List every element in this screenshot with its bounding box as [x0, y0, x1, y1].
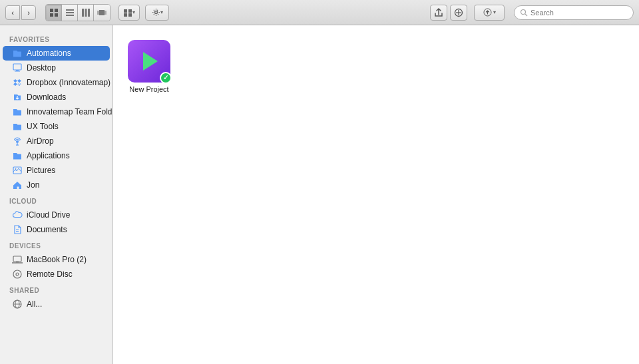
sidebar-item-airdrop[interactable]: AirDrop [3, 134, 110, 148]
sidebar-item-label: Innovatemap Team Folder [27, 107, 113, 116]
view-list-button[interactable] [62, 5, 78, 21]
icloud-label: iCloud [0, 192, 112, 208]
sidebar-item-jon[interactable]: Jon [3, 178, 110, 192]
svg-point-17 [154, 11, 157, 14]
sidebar-item-all[interactable]: All... [3, 297, 110, 311]
content-area: New Project [113, 25, 639, 364]
svg-rect-8 [85, 9, 87, 17]
back-icon: ‹ [11, 9, 14, 17]
sidebar-item-icloud-drive[interactable]: iCloud Drive [3, 208, 110, 222]
svg-rect-2 [50, 13, 53, 17]
sidebar-item-label: AirDrop [27, 136, 54, 146]
favorites-label: Favorites [0, 31, 112, 46]
sidebar-item-ux-tools[interactable]: UX Tools [3, 119, 110, 134]
disc-icon [12, 269, 23, 279]
svg-line-23 [525, 14, 527, 16]
svg-rect-16 [128, 13, 132, 17]
svg-rect-14 [128, 9, 132, 13]
svg-rect-9 [88, 9, 90, 17]
sidebar-item-automations[interactable]: Automations [3, 46, 110, 61]
sidebar-item-label: Downloads [27, 92, 66, 102]
documents-icon [12, 224, 23, 235]
applications-icon [12, 150, 23, 161]
svg-point-22 [521, 9, 526, 14]
macbook-icon [12, 254, 23, 265]
svg-rect-0 [50, 9, 53, 12]
grid-icon [49, 8, 59, 17]
share-dropdown-chevron: ▾ [493, 9, 496, 15]
svg-rect-33 [13, 256, 21, 262]
sidebar-item-label: UX Tools [27, 122, 59, 131]
back-button[interactable]: ‹ [5, 5, 20, 20]
search-icon [520, 9, 528, 17]
svg-rect-15 [124, 13, 127, 17]
home-icon [12, 180, 23, 190]
sidebar-item-label: Automations [27, 49, 71, 58]
sidebar-item-desktop[interactable]: Desktop [3, 61, 110, 75]
dropbox-icon [12, 77, 23, 88]
tag-button[interactable] [450, 5, 467, 21]
svg-rect-6 [66, 15, 74, 16]
sidebar-item-label: Pictures [27, 166, 55, 175]
share-button[interactable] [430, 5, 447, 21]
nav-buttons: ‹ › [5, 5, 36, 20]
status-badge [160, 72, 172, 84]
arrange-icon [123, 8, 132, 17]
sidebar-item-label: Remote Disc [27, 270, 73, 279]
sidebar-item-label: Documents [27, 225, 67, 234]
file-grid: New Project [124, 36, 628, 97]
sidebar-item-remote-disc[interactable]: Remote Disc [3, 267, 110, 281]
sidebar-item-label: Jon [27, 180, 39, 190]
view-icon-button[interactable] [46, 5, 62, 21]
share-dropdown-button[interactable]: ▾ [474, 5, 505, 21]
downloads-icon [12, 92, 23, 102]
main-area: Favorites Automations Desktop [0, 25, 639, 364]
desktop-icon [12, 63, 23, 73]
svg-rect-3 [55, 13, 58, 17]
action-chevron: ▾ [160, 9, 163, 15]
forward-button[interactable]: › [21, 5, 36, 20]
view-columns-button[interactable] [78, 5, 94, 21]
pictures-icon [12, 165, 23, 176]
sidebar-item-label: Desktop [27, 63, 56, 73]
coverflow-icon [97, 8, 106, 17]
search-box [514, 5, 634, 20]
sidebar-item-macbook-pro[interactable]: MacBook Pro (2) [3, 252, 110, 267]
sidebar-item-label: All... [27, 299, 42, 309]
sidebar-item-applications[interactable]: Applications [3, 148, 110, 163]
sidebar-item-pictures[interactable]: Pictures [3, 163, 110, 178]
arrange-chevron: ▾ [132, 9, 135, 15]
svg-rect-5 [66, 12, 74, 13]
file-icon-container [128, 40, 170, 83]
svg-rect-13 [124, 9, 127, 13]
arrange-button[interactable]: ▾ [118, 5, 140, 21]
svg-rect-4 [66, 9, 74, 11]
file-name-label: New Project [129, 85, 168, 93]
svg-point-37 [16, 273, 19, 275]
sidebar-item-dropbox[interactable]: Dropbox (Innovatemap) [3, 75, 110, 90]
svg-point-36 [13, 270, 21, 278]
svg-rect-10 [99, 10, 105, 15]
sidebar-item-label: Dropbox (Innovatemap) [27, 78, 110, 87]
view-coverflow-button[interactable] [94, 5, 110, 21]
folder-icon [12, 48, 23, 59]
sidebar: Favorites Automations Desktop [0, 25, 113, 364]
action-button[interactable]: ▾ [145, 5, 169, 21]
columns-icon [81, 8, 91, 17]
shared-icon [12, 299, 23, 309]
play-icon [143, 52, 158, 71]
share-icon [434, 8, 443, 17]
tag-icon [454, 8, 463, 17]
sidebar-item-documents[interactable]: Documents [3, 222, 110, 237]
svg-rect-7 [82, 9, 84, 17]
sidebar-item-downloads[interactable]: Downloads [3, 90, 110, 104]
search-input[interactable] [531, 9, 624, 17]
file-item-new-project[interactable]: New Project [124, 36, 174, 97]
icloud-icon [12, 210, 23, 220]
folder-icon [12, 121, 23, 132]
airdrop-icon [12, 136, 23, 146]
folder-icon [12, 106, 23, 117]
action-buttons [430, 5, 467, 21]
svg-rect-26 [15, 71, 20, 72]
sidebar-item-innovatemap-team[interactable]: Innovatemap Team Folder [3, 104, 110, 119]
